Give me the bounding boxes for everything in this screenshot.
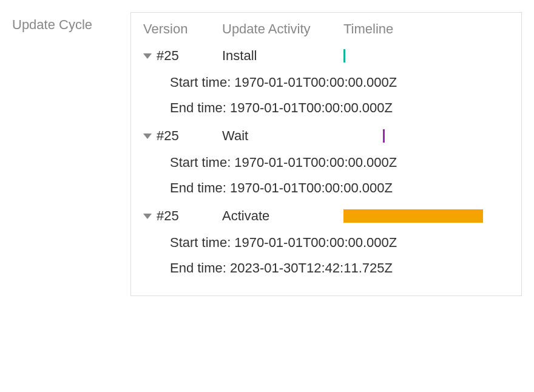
- update-cycle-panel: Version Update Activity Timeline #25 Ins…: [130, 12, 522, 296]
- timeline-bar: [343, 209, 483, 223]
- row-details: Start time: 1970-01-01T00:00:00.000Z End…: [143, 67, 509, 121]
- table-row: #25 Activate Start time: 1970-01-01T00:0…: [143, 204, 509, 281]
- column-header-version: Version: [143, 21, 222, 37]
- end-time-line: End time: 1970-01-01T00:00:00.000Z: [170, 175, 509, 201]
- start-time-label: Start time:: [170, 155, 234, 171]
- chevron-down-icon: [143, 214, 152, 219]
- start-time-line: Start time: 1970-01-01T00:00:00.000Z: [170, 70, 509, 95]
- section-title: Update Cycle: [12, 12, 112, 33]
- row-toggle[interactable]: #25 Install: [143, 44, 509, 67]
- end-time-value: 2023-01-30T12:42:11.725Z: [230, 260, 393, 276]
- end-time-label: End time:: [170, 180, 230, 196]
- update-cycle-section: Update Cycle Version Update Activity Tim…: [12, 12, 522, 296]
- column-header-timeline: Timeline: [343, 21, 509, 37]
- start-time-label: Start time:: [170, 75, 234, 90]
- activity-label: Activate: [222, 208, 269, 223]
- row-toggle[interactable]: #25 Wait: [143, 124, 509, 147]
- chevron-down-icon: [143, 133, 152, 139]
- table-row: #25 Wait Start time: 1970-01-01T00:00:00…: [143, 124, 509, 201]
- row-toggle[interactable]: #25 Activate: [143, 204, 509, 228]
- start-time-value: 1970-01-01T00:00:00.000Z: [234, 235, 397, 251]
- row-details: Start time: 1970-01-01T00:00:00.000Z End…: [143, 147, 509, 201]
- end-time-line: End time: 2023-01-30T12:42:11.725Z: [170, 255, 509, 281]
- table-row: #25 Install Start time: 1970-01-01T00:00…: [143, 44, 509, 121]
- start-time-line: Start time: 1970-01-01T00:00:00.000Z: [170, 150, 509, 175]
- end-time-label: End time:: [170, 100, 230, 116]
- version-label: #25: [157, 208, 179, 224]
- end-time-value: 1970-01-01T00:00:00.000Z: [230, 180, 393, 196]
- column-header-activity: Update Activity: [222, 21, 343, 37]
- end-time-label: End time:: [170, 260, 230, 276]
- start-time-value: 1970-01-01T00:00:00.000Z: [234, 75, 397, 90]
- version-label: #25: [157, 128, 179, 144]
- timeline-bar: [343, 49, 345, 63]
- row-details: Start time: 1970-01-01T00:00:00.000Z End…: [143, 228, 509, 281]
- end-time-line: End time: 1970-01-01T00:00:00.000Z: [170, 95, 509, 121]
- timeline-bar: [383, 129, 385, 143]
- start-time-value: 1970-01-01T00:00:00.000Z: [234, 155, 397, 171]
- activity-label: Install: [222, 48, 257, 63]
- start-time-label: Start time:: [170, 235, 234, 251]
- activity-label: Wait: [222, 128, 248, 143]
- end-time-value: 1970-01-01T00:00:00.000Z: [230, 100, 393, 116]
- start-time-line: Start time: 1970-01-01T00:00:00.000Z: [170, 230, 509, 255]
- table-header: Version Update Activity Timeline: [143, 21, 509, 37]
- version-label: #25: [157, 48, 179, 64]
- chevron-down-icon: [143, 53, 152, 59]
